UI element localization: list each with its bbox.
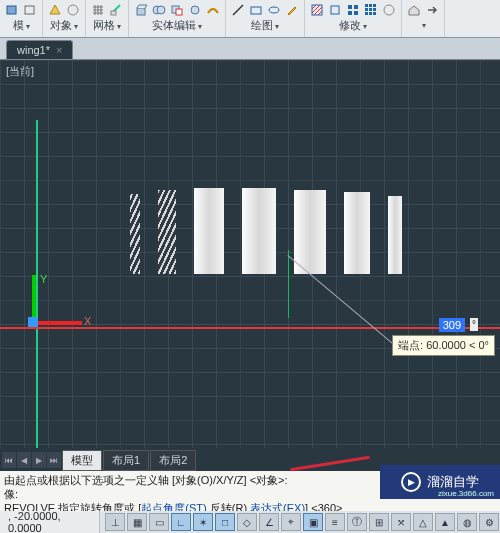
tab-nav-first[interactable]: ⏮ xyxy=(2,452,16,468)
play-icon: ▶ xyxy=(401,472,421,492)
svg-rect-0 xyxy=(7,6,16,14)
status-toggle-a2[interactable]: ▲ xyxy=(435,513,455,531)
revolve-slice xyxy=(344,192,370,274)
slice-icon[interactable] xyxy=(108,2,124,18)
rect-icon[interactable] xyxy=(248,2,264,18)
svg-rect-13 xyxy=(331,6,339,14)
hatch-icon[interactable] xyxy=(309,2,325,18)
move-icon[interactable] xyxy=(327,2,343,18)
svg-rect-22 xyxy=(369,8,372,11)
status-toggle-ortho[interactable]: ∟ xyxy=(171,513,191,531)
layout-tab-model[interactable]: 模型 xyxy=(62,450,102,471)
status-toggle-lwt[interactable]: ≡ xyxy=(325,513,345,531)
svg-rect-17 xyxy=(354,11,358,15)
array4-icon[interactable] xyxy=(345,2,361,18)
sweep-icon[interactable] xyxy=(205,2,221,18)
close-tab-icon[interactable]: × xyxy=(56,44,62,56)
x-axis-dashed xyxy=(75,327,500,328)
extrude-icon[interactable] xyxy=(133,2,149,18)
file-tab[interactable]: wing1* × xyxy=(6,40,73,59)
svg-rect-16 xyxy=(348,11,352,15)
status-toggle-ducs[interactable]: ⌖ xyxy=(281,513,301,531)
status-toggle-sc[interactable]: ⤧ xyxy=(391,513,411,531)
watermark-url: zixue.3d66.com xyxy=(438,489,494,498)
status-toggle-a3[interactable]: ◍ xyxy=(457,513,477,531)
arrow-icon[interactable] xyxy=(424,2,440,18)
ribbon-label-solidedit[interactable]: 实体编辑 xyxy=(150,18,204,33)
line-icon[interactable] xyxy=(230,2,246,18)
intersect-icon[interactable] xyxy=(187,2,203,18)
svg-rect-23 xyxy=(373,8,376,11)
pencil-icon[interactable] xyxy=(284,2,300,18)
revolve-slice xyxy=(294,190,326,274)
revolve-slice xyxy=(130,194,140,274)
svg-rect-20 xyxy=(373,4,376,7)
sphere-icon[interactable] xyxy=(65,2,81,18)
ellipse-icon[interactable] xyxy=(266,2,282,18)
svg-point-27 xyxy=(384,5,394,15)
status-toggle-tpy[interactable]: Ⓣ xyxy=(347,513,367,531)
home-icon[interactable] xyxy=(406,2,422,18)
angle-input[interactable]: 309 xyxy=(439,318,465,332)
union-icon[interactable] xyxy=(151,2,167,18)
tab-nav-prev[interactable]: ◀ xyxy=(17,452,31,468)
svg-rect-24 xyxy=(365,12,368,15)
svg-marker-2 xyxy=(50,5,60,14)
svg-point-7 xyxy=(157,6,165,14)
ribbon: 模 对象 网格 实体编辑 绘图 xyxy=(0,0,500,38)
ribbon-label-grid[interactable]: 网格 xyxy=(91,18,123,33)
status-toggle-polar[interactable]: ✶ xyxy=(193,513,213,531)
ribbon-group-object: 对象 xyxy=(43,0,86,37)
ribbon-label-nav[interactable] xyxy=(418,18,428,30)
ribbon-label-object[interactable]: 对象 xyxy=(48,18,80,33)
ribbon-group-model: 模 xyxy=(0,0,43,37)
ribbon-label-draw[interactable]: 绘图 xyxy=(249,18,281,33)
status-toggle-ws[interactable]: ⚙ xyxy=(479,513,499,531)
ucs-x-label: X xyxy=(84,315,91,327)
tab-nav-last[interactable]: ⏭ xyxy=(47,452,61,468)
ribbon-group-solidedit: 实体编辑 xyxy=(129,0,226,37)
ribbon-group-draw: 绘图 xyxy=(226,0,305,37)
status-toggle-snap[interactable]: ▦ xyxy=(127,513,147,531)
coordinate-readout: , -20.0000, 0.0000 xyxy=(0,511,100,533)
status-toggle-ann[interactable]: △ xyxy=(413,513,433,531)
svg-rect-1 xyxy=(25,6,34,14)
ribbon-label-model[interactable]: 模 xyxy=(11,18,32,33)
file-tab-strip: wing1* × xyxy=(0,38,500,60)
status-toggle-qs[interactable]: ⊞ xyxy=(369,513,389,531)
svg-rect-4 xyxy=(111,11,116,15)
status-toggle-osnap[interactable]: □ xyxy=(215,513,235,531)
status-toggles: ⊥▦▭∟✶□◇∠⌖▣≡Ⓣ⊞⤧△▲◍⚙ xyxy=(100,513,500,531)
wireframe-icon[interactable] xyxy=(22,2,38,18)
svg-rect-12 xyxy=(312,5,322,15)
box-icon[interactable] xyxy=(4,2,20,18)
ucs-y-label: Y xyxy=(40,273,47,285)
status-toggle-dyn[interactable]: ▣ xyxy=(303,513,323,531)
svg-rect-21 xyxy=(365,8,368,11)
svg-rect-25 xyxy=(369,12,372,15)
status-bar: , -20.0000, 0.0000 ⊥▦▭∟✶□◇∠⌖▣≡Ⓣ⊞⤧△▲◍⚙ xyxy=(0,511,500,533)
svg-rect-18 xyxy=(365,4,368,7)
y-axis-line xyxy=(36,120,38,448)
status-toggle-grid[interactable]: ▭ xyxy=(149,513,169,531)
svg-point-11 xyxy=(269,7,279,13)
svg-rect-9 xyxy=(176,9,182,15)
svg-rect-15 xyxy=(354,5,358,9)
pyramid-icon[interactable] xyxy=(47,2,63,18)
layout-tab-1[interactable]: 布局1 xyxy=(103,450,149,471)
status-toggle-otrack[interactable]: ∠ xyxy=(259,513,279,531)
ribbon-label-modify[interactable]: 修改 xyxy=(337,18,369,33)
array9-icon[interactable] xyxy=(363,2,379,18)
endpoint-tooltip: 端点: 60.0000 < 0° xyxy=(392,335,495,356)
status-toggle-infer[interactable]: ⊥ xyxy=(105,513,125,531)
ribbon-group-grid: 网格 xyxy=(86,0,129,37)
subtract-icon[interactable] xyxy=(169,2,185,18)
misc-icon[interactable] xyxy=(381,2,397,18)
layout-tab-2[interactable]: 布局2 xyxy=(150,450,196,471)
drawing-canvas[interactable]: [当前] X Y 309 ° 端点: 60.0000 < 0° xyxy=(0,60,500,448)
svg-rect-14 xyxy=(348,5,352,9)
svg-rect-26 xyxy=(373,12,376,15)
grid-icon[interactable] xyxy=(90,2,106,18)
tab-nav-next[interactable]: ▶ xyxy=(32,452,46,468)
status-toggle-3dosnap[interactable]: ◇ xyxy=(237,513,257,531)
